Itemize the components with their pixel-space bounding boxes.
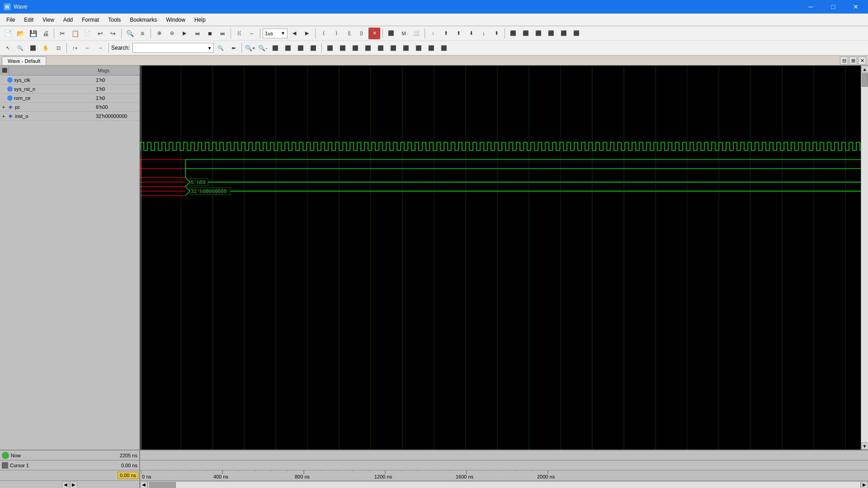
tb-step-fwd[interactable]: ▶ bbox=[301, 28, 313, 39]
tb-undo[interactable]: ↩ bbox=[94, 28, 106, 39]
tb2-zoom-area[interactable]: ⬛ bbox=[282, 42, 294, 54]
tb-marker2[interactable]: M bbox=[398, 28, 410, 39]
menu-format[interactable]: Format bbox=[77, 15, 104, 25]
hscroll-thumb[interactable] bbox=[149, 482, 176, 488]
tab-close[interactable]: ✕ bbox=[858, 56, 866, 65]
tb-goto-cursor[interactable]: ↔ bbox=[246, 28, 258, 39]
hscroll-track[interactable] bbox=[147, 481, 861, 488]
tb-sim-step[interactable]: ⏭ bbox=[217, 28, 228, 39]
menu-tools[interactable]: Tools bbox=[104, 15, 125, 25]
tb-list[interactable]: ≡ bbox=[137, 28, 148, 39]
tb-zoom5[interactable]: ↕ bbox=[478, 28, 490, 39]
time-dropdown[interactable]: ▼ bbox=[281, 31, 285, 36]
waveform-area[interactable]: 6'h00 32'h00000000 bbox=[140, 66, 861, 450]
search-input[interactable] bbox=[135, 45, 207, 51]
search-dropdown[interactable]: ▼ bbox=[207, 46, 212, 51]
close-button[interactable]: ✕ bbox=[845, 0, 866, 14]
maximize-button[interactable]: □ bbox=[823, 0, 844, 14]
tb-print[interactable]: 🖨 bbox=[40, 28, 52, 39]
signal-row-pc[interactable]: + pc 6'h00 bbox=[0, 103, 139, 112]
expand-pc[interactable]: + bbox=[0, 103, 7, 112]
tb-open[interactable]: 📂 bbox=[14, 28, 26, 39]
tb-sim-run[interactable]: ▶ bbox=[179, 28, 190, 39]
tb2-wave-style8[interactable]: ⬛ bbox=[413, 42, 425, 54]
tb-paste[interactable]: 📄 bbox=[82, 28, 94, 39]
scroll-down[interactable]: ▼ bbox=[861, 442, 868, 450]
tb-zoom1[interactable]: ↑ bbox=[427, 28, 439, 39]
tb-zoom4[interactable]: ⬇ bbox=[465, 28, 477, 39]
scroll-up[interactable]: ▲ bbox=[861, 66, 868, 73]
hscroll-left[interactable]: ◀ bbox=[140, 481, 147, 488]
tb-zoom3[interactable]: ⬆ bbox=[453, 28, 464, 39]
tb2-cursor-prev[interactable]: ← bbox=[82, 42, 94, 54]
tb-extra1[interactable]: ⬛ bbox=[507, 28, 519, 39]
tb-wave2[interactable]: ⟩ bbox=[330, 28, 342, 39]
tb2-cursor[interactable]: ↖ bbox=[2, 42, 14, 54]
menu-view[interactable]: View bbox=[38, 15, 59, 25]
tb2-zoom-cursor[interactable]: ⬛ bbox=[295, 42, 307, 54]
tb-search[interactable]: 🔍 bbox=[124, 28, 136, 39]
tb2-select[interactable]: ⬛ bbox=[27, 42, 39, 54]
tb2-zoom-more[interactable]: ⬛ bbox=[307, 42, 319, 54]
menu-add[interactable]: Add bbox=[59, 15, 77, 25]
tb2-compare[interactable]: ⊡ bbox=[52, 42, 64, 54]
tb-sim-add[interactable]: ⊕ bbox=[153, 28, 165, 39]
tb-zoom6[interactable]: ⬆ bbox=[491, 28, 502, 39]
hscroll-left1[interactable]: ◀ bbox=[62, 481, 69, 488]
tb-marker1[interactable]: ⬛ bbox=[385, 28, 397, 39]
tb-new[interactable]: 📄 bbox=[2, 28, 14, 39]
menu-help[interactable]: Help bbox=[190, 15, 210, 25]
tb-zoom2[interactable]: ⬆ bbox=[440, 28, 452, 39]
tb-sim-stop[interactable]: ⏹ bbox=[204, 28, 216, 39]
tb2-zoom[interactable]: 🔍 bbox=[14, 42, 26, 54]
tb2-wave-style1[interactable]: ⬛ bbox=[324, 42, 336, 54]
tb-redo[interactable]: ↪ bbox=[107, 28, 119, 39]
tb2-wave-style10[interactable]: ⬛ bbox=[438, 42, 450, 54]
tb-sim-restart[interactable]: ⏮ bbox=[191, 28, 203, 39]
tb-extra6[interactable]: ⬛ bbox=[571, 28, 582, 39]
tb-extra3[interactable]: ⬛ bbox=[533, 28, 544, 39]
tb-wave1[interactable]: ⟨ bbox=[318, 28, 330, 39]
expand-sysclk[interactable] bbox=[0, 75, 7, 84]
scroll-thumb-v[interactable] bbox=[862, 73, 868, 87]
tab-wave-default[interactable]: Wave - Default bbox=[2, 56, 46, 65]
signal-row-sysclk[interactable]: sys_clk 1'h0 bbox=[0, 75, 139, 84]
tb2-cursor-next[interactable]: → bbox=[94, 42, 106, 54]
tb2-zoom-in[interactable]: 🔍+ bbox=[244, 42, 256, 54]
signal-row-sysrstn[interactable]: sys_rst_n 1'h0 bbox=[0, 84, 139, 94]
tb-goto-start[interactable]: ⟨⟨ bbox=[233, 28, 245, 39]
expand-sysrstn[interactable] bbox=[0, 84, 7, 94]
tb2-zoom-fit[interactable]: ⬛ bbox=[269, 42, 281, 54]
tb2-pan[interactable]: ✋ bbox=[40, 42, 52, 54]
menu-edit[interactable]: Edit bbox=[19, 15, 38, 25]
expand-romce[interactable] bbox=[0, 94, 7, 103]
expand-insto[interactable]: + bbox=[0, 112, 7, 121]
tb2-add-cursor[interactable]: ↑+ bbox=[69, 42, 81, 54]
tab-split-v[interactable]: ⊞ bbox=[849, 56, 857, 65]
tab-split-h[interactable]: ⊟ bbox=[840, 56, 848, 65]
signal-row-insto[interactable]: + inst_o 32'h00000000 bbox=[0, 112, 139, 121]
tb-extra2[interactable]: ⬛ bbox=[520, 28, 532, 39]
tb-marker3[interactable]: ⬜ bbox=[410, 28, 422, 39]
tb-sim-remove[interactable]: ⊖ bbox=[166, 28, 178, 39]
signal-row-romce[interactable]: rom_ce 1'h0 bbox=[0, 94, 139, 103]
tb-wave3[interactable]: ⟨| bbox=[343, 28, 355, 39]
tb-save[interactable]: 💾 bbox=[27, 28, 39, 39]
tb2-wave-style5[interactable]: ⬛ bbox=[375, 42, 387, 54]
tb2-wave-style3[interactable]: ⬛ bbox=[349, 42, 361, 54]
hscroll-right1[interactable]: ▶ bbox=[70, 481, 77, 488]
menu-bookmarks[interactable]: Bookmarks bbox=[125, 15, 161, 25]
tb2-wave-style2[interactable]: ⬛ bbox=[337, 42, 349, 54]
hscroll-right[interactable]: ▶ bbox=[861, 481, 868, 488]
tb-wave4[interactable]: |⟩ bbox=[356, 28, 368, 39]
tb2-wave-style4[interactable]: ⬛ bbox=[362, 42, 374, 54]
scroll-track-v[interactable] bbox=[861, 73, 868, 442]
tb-extra4[interactable]: ⬛ bbox=[545, 28, 557, 39]
tb2-wave-style9[interactable]: ⬛ bbox=[425, 42, 437, 54]
tb2-zoom-out[interactable]: 🔍- bbox=[257, 42, 269, 54]
menu-window[interactable]: Window bbox=[161, 15, 190, 25]
tb-close-wave[interactable]: ✕ bbox=[368, 28, 380, 39]
tb-extra5[interactable]: ⬛ bbox=[558, 28, 570, 39]
tb-step-back[interactable]: ◀ bbox=[288, 28, 300, 39]
tb2-find-prev[interactable]: ⬅ bbox=[227, 42, 239, 54]
